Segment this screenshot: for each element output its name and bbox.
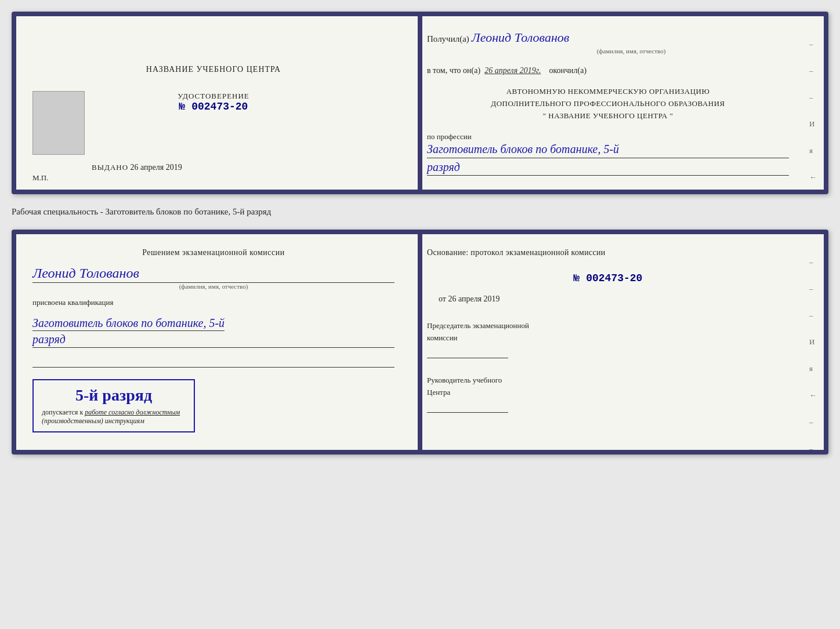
top-certificate: НАЗВАНИЕ УЧЕБНОГО ЦЕНТРА УДОСТОВЕРЕНИЕ №…: [12, 12, 828, 194]
profession-block: по профессии Заготовитель блоков по бота…: [427, 132, 789, 176]
stamp-allowed: допускается к работе согласно должностны…: [42, 408, 186, 426]
blank-line: [32, 356, 394, 368]
top-center-name: НАЗВАНИЕ УЧЕБНОГО ЦЕНТРА: [146, 65, 281, 74]
head-block: Руководитель учебного Центра: [427, 375, 789, 413]
org-block: АВТОНОМНУЮ НЕКОММЕРЧЕСКУЮ ОРГАНИЗАЦИЮ ДО…: [427, 86, 789, 122]
photo-placeholder: [32, 91, 85, 155]
assigned-label: присвоена квалификация: [32, 298, 394, 307]
bottom-right-side-dashes: – – – И я ← – – –: [809, 257, 817, 455]
received-line: Получил(а) Леонид Толованов (фамилия, им…: [427, 30, 789, 56]
decision-text: Решением экзаменационной комиссии: [32, 248, 394, 257]
top-cert-left: НАЗВАНИЕ УЧЕБНОГО ЦЕНТРА УДОСТОВЕРЕНИЕ №…: [16, 16, 411, 190]
issued-date-block: Выдано 26 апреля 2019: [92, 163, 182, 172]
basis-label: Основание: протокол экзаменационной коми…: [427, 248, 789, 257]
cert-id-number: № 002473-20: [178, 101, 249, 112]
head-signature: [427, 401, 508, 413]
specialty-label: Рабочая специальность - Заготовитель бло…: [12, 203, 828, 220]
mp-label: М.П.: [32, 173, 48, 183]
chairman-signature: [427, 347, 508, 358]
person-name-block: Леонид Толованов (фамилия, имя, отчество…: [32, 266, 394, 290]
chairman-block: Председатель экзаменационной комиссии: [427, 320, 789, 358]
date-from: от 26 апреля 2019: [439, 294, 789, 304]
bottom-cert-left: Решением экзаменационной комиссии Леонид…: [16, 234, 411, 450]
bottom-certificate: Решением экзаменационной комиссии Леонид…: [12, 230, 828, 455]
right-side-dashes: – – – И я ← –: [809, 39, 817, 194]
protocol-number: № 002473-20: [427, 272, 789, 284]
stamp-rank: 5-й разряд: [42, 386, 186, 405]
page-wrapper: НАЗВАНИЕ УЧЕБНОГО ЦЕНТРА УДОСТОВЕРЕНИЕ №…: [12, 12, 828, 455]
qualification-block: Заготовитель блоков по ботанике, 5-й раз…: [32, 315, 394, 348]
cert-id-block: УДОСТОВЕРЕНИЕ № 002473-20: [178, 92, 249, 112]
cert-id-label: УДОСТОВЕРЕНИЕ: [178, 92, 249, 101]
top-cert-right: Получил(а) Леонид Толованов (фамилия, им…: [411, 16, 824, 190]
stamp-box: 5-й разряд допускается к работе согласно…: [32, 379, 195, 432]
date-line: в том, что он(а) 26 апреля 2019г. окончи…: [427, 66, 789, 75]
bottom-cert-right: Основание: протокол экзаменационной коми…: [411, 234, 824, 450]
